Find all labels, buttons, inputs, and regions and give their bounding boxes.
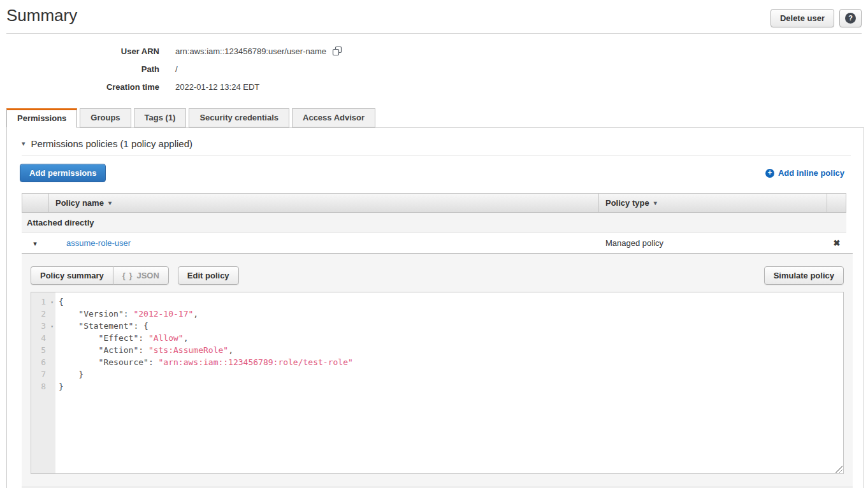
- policy-table: Policy name ▾ Policy type ▾ Attached dir…: [22, 193, 846, 253]
- fold-arrow-icon[interactable]: ▾: [50, 320, 54, 333]
- info-row-path: Path /: [0, 60, 868, 78]
- policy-table-header: Policy name ▾ Policy type ▾: [22, 193, 846, 213]
- section-title: Permissions policies (1 policy applied): [31, 138, 192, 149]
- policy-actions-cell: ✖: [827, 238, 846, 248]
- code-line: "Version": "2012-10-17",: [59, 308, 843, 320]
- info-row-creation-time: Creation time 2022-01-12 13:24 EDT: [0, 78, 868, 96]
- tab-groups[interactable]: Groups: [80, 108, 131, 127]
- attached-directly-group-row: Attached directly: [22, 213, 846, 233]
- policy-json-editor[interactable]: 1▾23▾45678 { "Version": "2012-10-17", "S…: [31, 292, 844, 474]
- copy-icon[interactable]: [332, 46, 342, 56]
- line-number: 6: [31, 356, 55, 368]
- page-title: Summary: [6, 5, 77, 25]
- permissions-toolbar: Add permissions + Add inline policy: [20, 164, 844, 182]
- info-value: arn:aws:iam::123456789:user/user-name: [175, 46, 342, 56]
- add-inline-policy-link[interactable]: + Add inline policy: [765, 168, 844, 178]
- line-number: 7: [31, 368, 55, 380]
- code-line: }: [59, 380, 843, 392]
- info-label: User ARN: [0, 47, 159, 56]
- json-button-label: JSON: [136, 271, 159, 280]
- policy-table-row: ▾ assume-role-user Managed policy ✖: [22, 233, 846, 253]
- policy-type-column-header[interactable]: Policy type ▾: [598, 194, 827, 212]
- page-header: Summary Delete user ?: [0, 0, 868, 27]
- tab-tags[interactable]: Tags (1): [134, 108, 187, 127]
- policy-name-link[interactable]: assume-role-user: [66, 238, 131, 248]
- tab-access-advisor[interactable]: Access Advisor: [292, 108, 375, 127]
- creation-time-value: 2022-01-12 13:24 EDT: [175, 82, 259, 92]
- line-number: 2: [31, 308, 55, 320]
- policy-name-header-label: Policy name: [55, 198, 104, 208]
- simulate-policy-button[interactable]: Simulate policy: [764, 266, 844, 285]
- line-number: 3▾: [31, 320, 55, 332]
- add-permissions-button[interactable]: Add permissions: [20, 164, 106, 182]
- tab-security-credentials[interactable]: Security credentials: [189, 108, 289, 127]
- delete-user-button[interactable]: Delete user: [770, 9, 834, 27]
- code-line: }: [59, 368, 843, 380]
- info-row-user-arn: User ARN arn:aws:iam::123456789:user/use…: [0, 42, 868, 60]
- fold-arrow-icon[interactable]: ▾: [50, 296, 54, 308]
- sort-icon[interactable]: ▾: [108, 199, 112, 206]
- row-expand-cell: ▾: [22, 238, 48, 248]
- help-icon: ?: [845, 13, 856, 24]
- line-number: 1▾: [31, 296, 55, 308]
- permissions-tab-panel: ▾ Permissions policies (1 policy applied…: [6, 127, 864, 488]
- user-arn-value: arn:aws:iam::123456789:user/user-name: [175, 47, 326, 56]
- user-info: User ARN arn:aws:iam::123456789:user/use…: [0, 42, 868, 96]
- add-inline-policy-label: Add inline policy: [778, 168, 844, 178]
- line-number: 8: [31, 380, 55, 392]
- sort-icon[interactable]: ▾: [654, 199, 657, 206]
- policy-detail-panel: Policy summary { } JSON Edit policy Simu…: [22, 253, 853, 487]
- policy-type-cell: Managed policy: [599, 238, 827, 248]
- actions-column-header: [827, 194, 846, 212]
- json-view-button[interactable]: { } JSON: [113, 266, 169, 285]
- collapse-row-icon[interactable]: ▾: [33, 240, 37, 247]
- path-value: /: [175, 64, 178, 74]
- section-divider: [22, 155, 851, 155]
- line-number: 5: [31, 344, 55, 356]
- policy-summary-button[interactable]: Policy summary: [31, 266, 113, 285]
- tab-permissions[interactable]: Permissions: [6, 108, 77, 128]
- info-label: Path: [0, 64, 159, 74]
- code-line: {: [59, 296, 843, 308]
- expand-column-header: [22, 194, 49, 212]
- policy-view-button-group: Policy summary { } JSON: [31, 266, 169, 285]
- policy-name-column-header[interactable]: Policy name ▾: [49, 194, 598, 212]
- detach-policy-icon[interactable]: ✖: [834, 238, 841, 248]
- line-number: 4: [31, 332, 55, 344]
- tab-bar: Permissions Groups Tags (1) Security cre…: [6, 108, 868, 127]
- policy-detail-toolbar: Policy summary { } JSON Edit policy Simu…: [31, 266, 844, 285]
- braces-icon: { }: [122, 271, 133, 280]
- code-line: "Statement": {: [59, 320, 843, 332]
- info-label: Creation time: [0, 82, 159, 92]
- code-line: "Effect": "Allow",: [59, 332, 843, 344]
- permissions-policies-section-header: ▾ Permissions policies (1 policy applied…: [22, 138, 851, 149]
- header-divider: [6, 33, 862, 34]
- policy-name-cell: assume-role-user: [48, 238, 599, 248]
- iam-user-summary-page: Summary Delete user ? User ARN arn:aws:i…: [0, 0, 868, 488]
- plus-circle-icon: +: [765, 169, 774, 178]
- edit-policy-button[interactable]: Edit policy: [178, 266, 239, 285]
- collapse-section-icon[interactable]: ▾: [22, 140, 25, 148]
- help-button[interactable]: ?: [839, 9, 862, 27]
- code-line: "Action": "sts:AssumeRole",: [59, 344, 843, 356]
- editor-code[interactable]: { "Version": "2012-10-17", "Statement": …: [55, 292, 843, 473]
- header-actions: Delete user ?: [770, 9, 862, 27]
- policy-type-header-label: Policy type: [605, 198, 649, 208]
- code-line: "Resource": "arn:aws:iam::123456789:role…: [59, 356, 843, 368]
- editor-gutter: 1▾23▾45678: [31, 292, 55, 473]
